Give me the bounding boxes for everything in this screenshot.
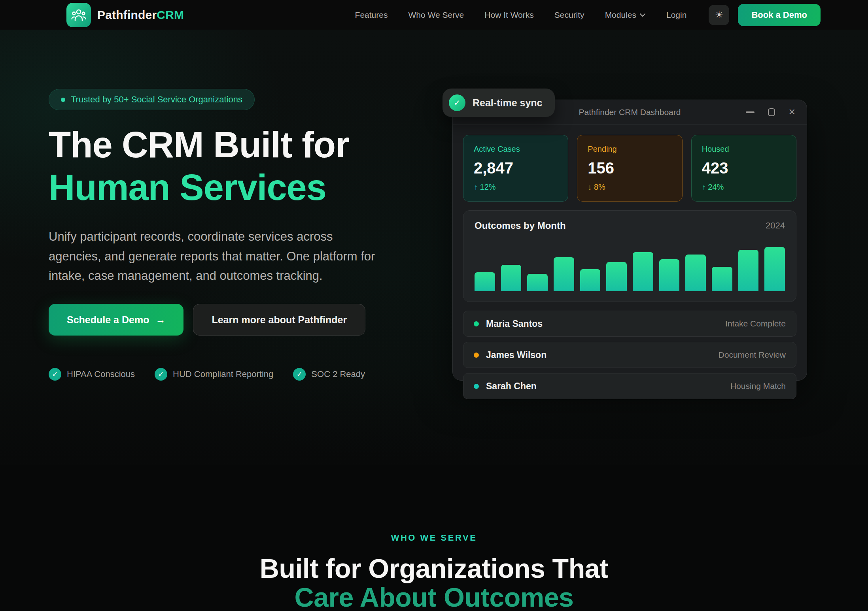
status-dot <box>474 321 479 326</box>
nav-item-modules[interactable]: Modules <box>605 10 646 20</box>
brand-logo[interactable]: PathfinderCRM <box>66 3 184 27</box>
nav-item-who-we-serve[interactable]: Who We Serve <box>408 10 464 20</box>
window-body: Active Cases 2,847 ↑ 12% Pending 156 ↓ 8… <box>453 124 807 409</box>
case-row-james-wilson[interactable]: James Wilson Document Review <box>463 342 796 368</box>
trust-item-hud: ✓ HUD Compliant Reporting <box>155 368 273 381</box>
stat-delta: ↑ 24% <box>702 183 786 192</box>
stat-card-active-cases: Active Cases 2,847 ↑ 12% <box>463 135 568 202</box>
who-we-serve-section: WHO WE SERVE Built for Organizations Tha… <box>0 465 868 611</box>
learn-more-button[interactable]: Learn more about Pathfinder <box>193 304 365 336</box>
nav-item-features[interactable]: Features <box>355 10 388 20</box>
outcome-bar <box>685 255 706 291</box>
outcomes-bars <box>475 247 785 291</box>
stats-row: Active Cases 2,847 ↑ 12% Pending 156 ↓ 8… <box>463 135 796 202</box>
check-circle-icon: ✓ <box>293 368 306 381</box>
outcome-bar <box>764 247 785 291</box>
top-navbar: PathfinderCRM Features Who We Serve How … <box>0 0 868 30</box>
check-circle-icon: ✓ <box>155 368 167 381</box>
hero-title-line2: Human Services <box>49 167 326 207</box>
maximize-icon <box>768 108 775 116</box>
trusted-badge: Trusted by 50+ Social Service Organizati… <box>49 89 255 110</box>
chart-title: Outcomes by Month <box>475 220 566 231</box>
chevron-down-icon <box>639 13 646 17</box>
outcome-bar <box>659 259 680 291</box>
close-icon: ✕ <box>789 107 796 117</box>
section-title-line2: Care About Outcomes <box>295 582 574 611</box>
stat-value: 423 <box>702 159 786 177</box>
stat-value: 156 <box>588 159 671 177</box>
people-group-icon <box>71 8 86 22</box>
trust-item-hipaa: ✓ HIPAA Conscious <box>49 368 135 381</box>
stat-delta: ↓ 8% <box>588 183 671 192</box>
chart-header: Outcomes by Month 2024 <box>475 220 785 231</box>
hero-description: Unify participant records, coordinate se… <box>49 227 385 286</box>
book-demo-button[interactable]: Book a Demo <box>738 4 821 26</box>
check-icon: ✓ <box>449 94 465 111</box>
hero-cta-row: Schedule a Demo → Learn more about Pathf… <box>49 304 405 336</box>
badge-label: Trusted by 50+ Social Service Organizati… <box>71 94 242 105</box>
logo-icon <box>66 3 91 27</box>
stat-value: 2,847 <box>474 159 558 177</box>
theme-toggle-button[interactable]: ☀ <box>709 5 729 25</box>
section-eyebrow: WHO WE SERVE <box>0 533 868 543</box>
outcome-bar <box>633 252 653 291</box>
outcome-bar <box>606 262 627 291</box>
outcome-bar <box>580 269 601 291</box>
maximize-button[interactable] <box>768 108 775 116</box>
section-title: Built for Organizations That Care About … <box>0 554 868 611</box>
window-controls: ✕ <box>746 100 796 124</box>
nav-item-how-it-works[interactable]: How It Works <box>484 10 533 20</box>
case-status: Document Review <box>719 350 786 360</box>
outcome-bar <box>527 274 548 291</box>
case-status: Housing Match <box>730 381 786 391</box>
close-button[interactable]: ✕ <box>789 107 796 117</box>
realtime-sync-pill: ✓ Real-time sync <box>443 89 555 117</box>
status-dot <box>474 384 479 389</box>
outcome-bar <box>475 272 495 291</box>
check-circle-icon: ✓ <box>49 368 61 381</box>
hero-content: Trusted by 50+ Social Service Organizati… <box>49 89 405 381</box>
dashboard-mock-window: ✓ Real-time sync Pathfinder CRM Dashboar… <box>452 100 807 381</box>
stat-delta: ↑ 12% <box>474 183 558 192</box>
outcome-bar <box>712 267 732 291</box>
nav-actions: ☀ Book a Demo <box>709 4 821 26</box>
window-title: Pathfinder CRM Dashboard <box>579 107 681 117</box>
landing-page: PathfinderCRM Features Who We Serve How … <box>0 0 868 611</box>
trust-item-soc2: ✓ SOC 2 Ready <box>293 368 365 381</box>
outcome-bar <box>501 265 522 291</box>
stat-card-pending: Pending 156 ↓ 8% <box>577 135 682 202</box>
sync-label: Real-time sync <box>473 97 542 109</box>
sun-icon: ☀ <box>715 9 724 21</box>
badge-dot <box>61 98 65 102</box>
brand-name: PathfinderCRM <box>97 8 184 22</box>
arrow-right-icon: → <box>155 314 165 326</box>
minimize-button[interactable] <box>746 111 755 113</box>
schedule-demo-button[interactable]: Schedule a Demo → <box>49 304 183 336</box>
outcome-bar <box>554 257 574 291</box>
minimize-icon <box>746 111 755 113</box>
case-row-sarah-chen[interactable]: Sarah Chen Housing Match <box>463 373 796 399</box>
hero-section: Trusted by 50+ Social Service Organizati… <box>0 30 868 465</box>
recent-cases-list: Maria Santos Intake Complete James Wilso… <box>463 311 796 399</box>
nav-item-login[interactable]: Login <box>666 10 686 20</box>
status-dot <box>474 353 479 358</box>
chart-year-label: 2024 <box>766 221 785 231</box>
case-row-maria-santos[interactable]: Maria Santos Intake Complete <box>463 311 796 337</box>
case-status: Intake Complete <box>725 319 786 328</box>
nav-item-security[interactable]: Security <box>554 10 584 20</box>
outcomes-chart-card: Outcomes by Month 2024 <box>463 210 796 302</box>
hero-title: The CRM Built for Human Services <box>49 124 405 209</box>
trust-badges-row: ✓ HIPAA Conscious ✓ HUD Compliant Report… <box>49 368 405 381</box>
hero-title-line1: The CRM Built for <box>49 124 349 165</box>
stat-card-housed: Housed 423 ↑ 24% <box>691 135 796 202</box>
nav-links: Features Who We Serve How It Works Secur… <box>355 10 687 20</box>
outcome-bar <box>738 250 759 291</box>
section-title-line1: Built for Organizations That <box>260 553 608 583</box>
